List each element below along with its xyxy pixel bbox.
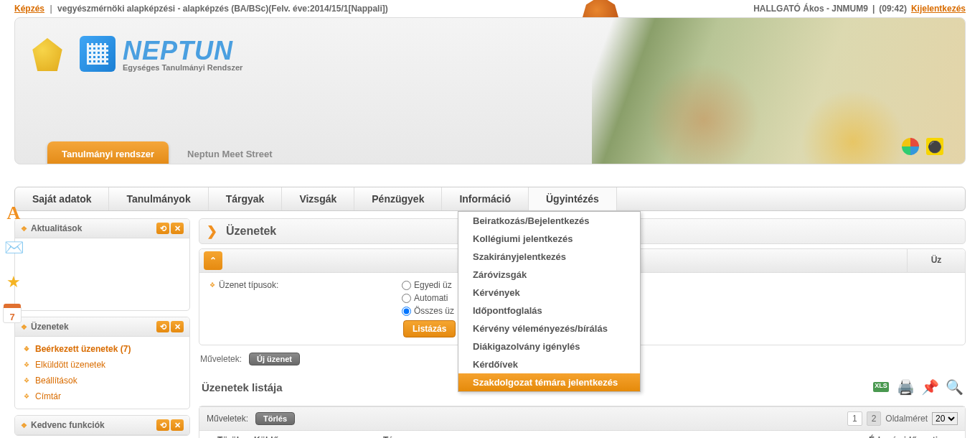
dd-request-review[interactable]: Kérvény véleményezés/bírálás [458, 320, 640, 337]
chevron-right-icon: ❯ [207, 223, 217, 239]
panel-close-icon[interactable]: ✕ [171, 321, 184, 332]
dd-specialization[interactable]: Szakirányjelentkezés [458, 248, 640, 266]
yellow-leaf-decor [31, 38, 64, 71]
link-sent[interactable]: Elküldött üzenetek [22, 357, 182, 373]
menu-subjects[interactable]: Tárgyak [209, 187, 283, 210]
operations-label: Műveletek: [200, 354, 242, 364]
page-title: Üzenetek [226, 225, 276, 238]
panel-fav-title: Kedvenc funkciók [21, 420, 105, 430]
message-type-radios: Egyedi üz Automati Összes üz [402, 280, 454, 316]
training-link[interactable]: Képzés [14, 4, 44, 14]
filter-header-label2: Üz [908, 249, 965, 272]
main-menu: Saját adatok Tanulmányok Tárgyak Vizsgák… [14, 187, 966, 211]
pagination: 1 2 Oldalméret 20 [847, 411, 958, 426]
panel-messages: Üzenetek ⟲ ✕ Beérkezett üzenetek (7) Elk… [14, 317, 190, 409]
page-1[interactable]: 1 [847, 411, 862, 426]
separator: | [50, 4, 52, 14]
panel-refresh-icon[interactable]: ⟲ [156, 419, 169, 431]
accessibility-icon[interactable]: ⚫ [926, 138, 943, 155]
breadcrumb-text: vegyészmérnöki alapképzési - alapképzés … [57, 4, 388, 14]
administration-dropdown: Beiratkozás/Bejelentkezés Kollégiumi jel… [458, 211, 641, 392]
panel-favorites: Kedvenc funkciók ⟲ ✕ [14, 415, 190, 436]
link-settings[interactable]: Beállítások [22, 373, 182, 388]
logout-link[interactable]: Kijelentkezés [911, 4, 966, 14]
menu-info[interactable]: Információ [442, 187, 529, 210]
dd-thesis-application[interactable]: Szakdolgozat témára jelentkezés [458, 373, 640, 391]
col-date[interactable]: Érkezés időpontja ▼ [829, 434, 958, 438]
table-header: Töröl Küldő Tárgy Érkezés időpontja ▼ [199, 431, 965, 438]
menu-administration[interactable]: Ügyintézés [529, 187, 617, 210]
panel-news-title: Aktualitások [21, 223, 82, 233]
menu-finances[interactable]: Pénzügyek [354, 187, 442, 210]
page-2[interactable]: 2 [867, 411, 882, 426]
menu-own-data[interactable]: Saját adatok [15, 187, 109, 210]
logo-subtitle: Egységes Tanulmányi Rendszer [123, 63, 242, 72]
theme-picker-icon[interactable] [902, 138, 919, 155]
top-bar: Képzés | vegyészmérnöki alapképzési - al… [0, 0, 980, 17]
page-size-select[interactable]: 20 [932, 412, 958, 425]
breadcrumb: Képzés | vegyészmérnöki alapképzési - al… [14, 4, 388, 14]
panel-close-icon[interactable]: ✕ [171, 419, 184, 431]
user-name: HALLGATÓ Ákos - JNMUM9 [753, 4, 868, 14]
panel-news: Aktualitások ⟲ ✕ [14, 218, 190, 311]
logo: NEPTUN Egységes Tanulmányi Rendszer [80, 36, 242, 72]
link-directory[interactable]: Címtár [22, 388, 182, 404]
star-icon[interactable]: ★ [3, 271, 24, 293]
dd-enrollment[interactable]: Beiratkozás/Bejelentkezés [458, 212, 640, 230]
dd-questionnaires[interactable]: Kérdőívek [458, 355, 640, 373]
radio-all[interactable]: Összes üz [402, 306, 454, 316]
col-subject[interactable]: Tárgy [379, 434, 829, 438]
mail-icon[interactable]: ✉️ [3, 237, 24, 258]
new-message-button[interactable]: Új üzenet [249, 353, 300, 365]
logo-text: NEPTUN [123, 36, 242, 66]
panel-refresh-icon[interactable]: ⟲ [156, 223, 169, 234]
page-size-label: Oldalméret [885, 414, 928, 424]
dd-requests[interactable]: Kérvények [458, 284, 640, 302]
main-tabs: Tanulmányi rendszer Neptun Meet Street [47, 141, 287, 164]
col-sender[interactable]: Küldő [250, 434, 379, 438]
panel-close-icon[interactable]: ✕ [171, 223, 184, 234]
radio-custom[interactable]: Egyedi üz [402, 280, 454, 290]
link-inbox[interactable]: Beérkezett üzenetek (7) [22, 341, 182, 357]
tab-study-system[interactable]: Tanulmányi rendszer [47, 141, 169, 164]
collapse-toggle-icon[interactable]: ⌃ [204, 251, 222, 270]
search-icon[interactable]: 🔍 [946, 378, 963, 396]
col-delete: Töröl [207, 434, 250, 438]
news-icon[interactable]: A [3, 202, 24, 224]
menu-studies[interactable]: Tanulmányok [109, 187, 208, 210]
clock: (09:42) [879, 4, 907, 14]
menu-exams[interactable]: Vizsgák [282, 187, 354, 210]
tab-meet-street[interactable]: Neptun Meet Street [173, 141, 286, 164]
message-types-label: Üzenet típusok: [209, 280, 396, 290]
panel-messages-title: Üzenetek [21, 322, 69, 332]
calendar-icon[interactable]: 7 [3, 306, 22, 323]
banner: NEPTUN Egységes Tanulmányi Rendszer ⚫ Ta… [14, 17, 966, 164]
pin-icon[interactable]: 📌 [921, 378, 938, 396]
delete-button[interactable]: Törlés [255, 412, 295, 425]
separator: | [872, 4, 875, 14]
list-title: Üzenetek listája [202, 381, 283, 393]
list-panel: Műveletek: Törlés 1 2 Oldalméret 20 Törö… [199, 406, 966, 438]
dd-dormitory[interactable]: Kollégiumi jelentkezés [458, 230, 640, 248]
print-icon[interactable]: 🖨️ [897, 378, 914, 396]
dd-final-exams[interactable]: Záróvizsgák [458, 266, 640, 284]
list-button[interactable]: Listázás [403, 320, 456, 337]
operations-label: Műveletek: [207, 414, 248, 424]
dd-student-card[interactable]: Diákigazolvány igénylés [458, 337, 640, 355]
logo-icon [80, 36, 116, 72]
panel-refresh-icon[interactable]: ⟲ [156, 321, 169, 332]
radio-auto[interactable]: Automati [402, 293, 454, 303]
export-xls-icon[interactable]: XLS [872, 378, 890, 396]
dd-appointment[interactable]: Időpontfoglalás [458, 302, 640, 320]
side-icon-strip: A ✉️ ★ 7 [3, 202, 24, 323]
